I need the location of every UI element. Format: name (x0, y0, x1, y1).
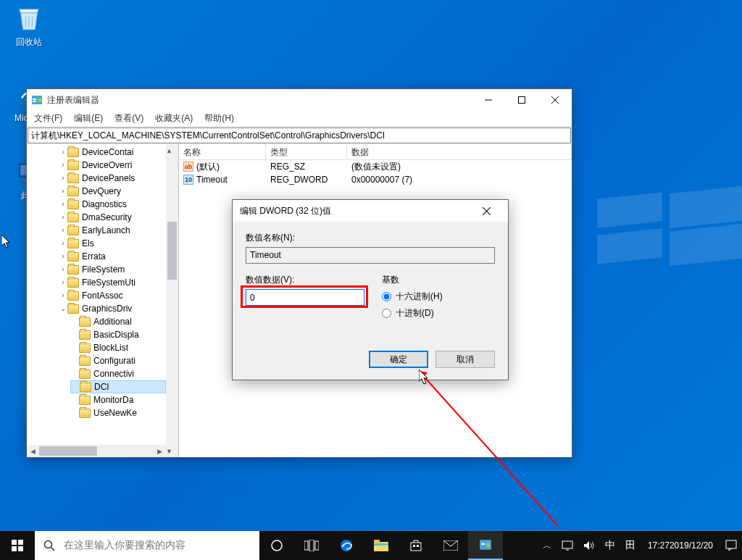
svg-rect-18 (18, 540, 23, 545)
tree-item[interactable]: DCI (70, 380, 166, 393)
name-label: 数值名称(N): (246, 232, 495, 244)
tree-item[interactable]: ›DeviceOverri (59, 159, 166, 172)
regedit-taskbar-icon[interactable] (468, 531, 503, 560)
col-data[interactable]: 数据 (347, 144, 572, 159)
maximize-button[interactable] (505, 89, 538, 111)
tree-item[interactable]: Connectivi (70, 367, 166, 380)
search-icon (35, 540, 64, 551)
clock-time: 17:27 (648, 540, 670, 551)
svg-rect-33 (417, 545, 419, 547)
radio-hex[interactable]: 十六进制(H) (382, 291, 443, 303)
col-type[interactable]: 类型 (266, 144, 347, 159)
regedit-icon (31, 94, 43, 106)
cortana-icon[interactable] (259, 531, 294, 560)
svg-line-22 (51, 548, 55, 551)
mail-taskbar-icon[interactable] (433, 531, 468, 560)
store-taskbar-icon[interactable] (399, 531, 433, 560)
dialog-titlebar[interactable]: 编辑 DWORD (32 位)值 (233, 200, 508, 222)
menu-file[interactable]: 文件(F) (28, 111, 68, 126)
clock-date: 2019/12/20 (670, 540, 713, 551)
ime-indicator[interactable]: 中 (600, 531, 620, 560)
taskbar: 在这里输入你要搜索的内容 ︿ 中 田 17:27 2019/12/20 (0, 531, 742, 560)
dialog-close-button[interactable] (472, 201, 501, 220)
name-value: Timeout (250, 250, 281, 260)
action-center-icon[interactable] (720, 531, 742, 560)
list-row[interactable]: 10TimeoutREG_DWORD0x00000007 (7) (179, 173, 572, 186)
list-row[interactable]: ab(默认)REG_SZ(数值未设置) (179, 160, 572, 173)
menu-view[interactable]: 查看(V) (109, 111, 149, 126)
radio-hex-input[interactable] (382, 292, 391, 301)
ok-button[interactable]: 确定 (369, 351, 428, 368)
svg-rect-8 (38, 99, 41, 102)
edge-taskbar-icon[interactable] (329, 531, 364, 560)
svg-rect-40 (726, 540, 736, 548)
svg-rect-24 (304, 541, 308, 550)
svg-rect-30 (374, 543, 388, 546)
tree-item[interactable]: BlockList (70, 341, 166, 354)
close-button[interactable] (538, 89, 572, 111)
tree-item[interactable]: ›DevQuery (59, 185, 166, 198)
tray-network-icon[interactable] (556, 531, 578, 560)
col-name[interactable]: 名称 (179, 144, 266, 159)
tree-item[interactable]: ›FontAssoc (59, 289, 166, 302)
tree-item[interactable]: ›DeviceContai (59, 146, 166, 159)
menu-help[interactable]: 帮助(H) (199, 111, 240, 126)
tree-item[interactable]: ›DevicePanels (59, 172, 166, 185)
menu-edit[interactable]: 编辑(E) (68, 111, 109, 126)
reg-sz-icon: ab (183, 162, 193, 172)
tree-vscroll[interactable]: ▲ ▼ (166, 144, 178, 457)
data-input[interactable] (246, 289, 364, 306)
search-box[interactable]: 在这里输入你要搜索的内容 (35, 531, 259, 560)
tree-item[interactable]: ›EarlyLaunch (59, 224, 166, 237)
list-header[interactable]: 名称 类型 数据 (179, 144, 572, 160)
name-field: Timeout (246, 247, 495, 264)
tree-item-graphicsdrivers[interactable]: ⌄GraphicsDriv (59, 302, 166, 315)
tree-item[interactable]: ›FileSystem (59, 263, 166, 276)
recycle-bin-label: 回收站 (1, 36, 57, 49)
svg-rect-17 (12, 540, 17, 545)
tree-item[interactable]: UseNewKe (70, 406, 166, 419)
edit-dword-dialog: 编辑 DWORD (32 位)值 数值名称(N): Timeout 数值数据(V… (232, 199, 509, 380)
window-title: 注册表编辑器 (47, 94, 472, 106)
tree-view[interactable]: ›DeviceContai›DeviceOverri›DevicePanels›… (27, 144, 179, 457)
radio-dec-label: 十进制(D) (396, 307, 434, 319)
tree-item[interactable]: ›FileSystemUti (59, 276, 166, 289)
menubar: 文件(F) 编辑(E) 查看(V) 收藏夹(A) 帮助(H) (27, 111, 572, 127)
tray-chevron-icon[interactable]: ︿ (538, 531, 556, 560)
minimize-button[interactable] (472, 89, 505, 111)
tree-item[interactable]: ›Diagnostics (59, 198, 166, 211)
tray-volume-icon[interactable] (578, 531, 600, 560)
tree-item[interactable]: BasicDispla (70, 328, 166, 341)
tree-item[interactable]: ›Els (59, 237, 166, 250)
taskview-icon[interactable] (294, 531, 329, 560)
svg-rect-6 (33, 99, 36, 100)
titlebar[interactable]: 注册表编辑器 (27, 89, 572, 111)
tree-hscroll[interactable]: ◀ ▶ (27, 445, 166, 457)
start-button[interactable] (0, 531, 35, 560)
menu-fav[interactable]: 收藏夹(A) (149, 111, 199, 126)
data-label: 数值数据(V): (246, 274, 364, 286)
address-text: 计算机\HKEY_LOCAL_MACHINE\SYSTEM\CurrentCon… (31, 130, 385, 142)
explorer-taskbar-icon[interactable] (364, 531, 399, 560)
ime-indicator-2[interactable]: 田 (620, 531, 641, 560)
svg-rect-29 (374, 540, 380, 543)
cancel-button[interactable]: 取消 (435, 351, 495, 368)
clock[interactable]: 17:27 2019/12/20 (641, 531, 720, 560)
svg-rect-32 (413, 545, 415, 547)
tree-item[interactable]: ›DmaSecurity (59, 211, 166, 224)
tree-item[interactable]: Additional (70, 315, 166, 328)
svg-rect-7 (33, 101, 36, 102)
address-bar[interactable]: 计算机\HKEY_LOCAL_MACHINE\SYSTEM\CurrentCon… (28, 128, 571, 143)
svg-point-21 (45, 541, 52, 548)
reg-dw-icon: 10 (183, 175, 193, 185)
svg-rect-10 (519, 97, 525, 104)
radio-dec-input[interactable] (382, 309, 391, 318)
dialog-title: 编辑 DWORD (32 位)值 (240, 205, 472, 217)
base-label: 基数 (382, 274, 443, 286)
tree-item[interactable]: Configurati (70, 354, 166, 367)
tree-item[interactable]: MonitorDa (70, 393, 166, 406)
tree-item[interactable]: ›Errata (59, 250, 166, 263)
radio-hex-label: 十六进制(H) (396, 291, 443, 303)
recycle-bin[interactable]: 回收站 (1, 4, 57, 49)
radio-dec[interactable]: 十进制(D) (382, 307, 443, 319)
